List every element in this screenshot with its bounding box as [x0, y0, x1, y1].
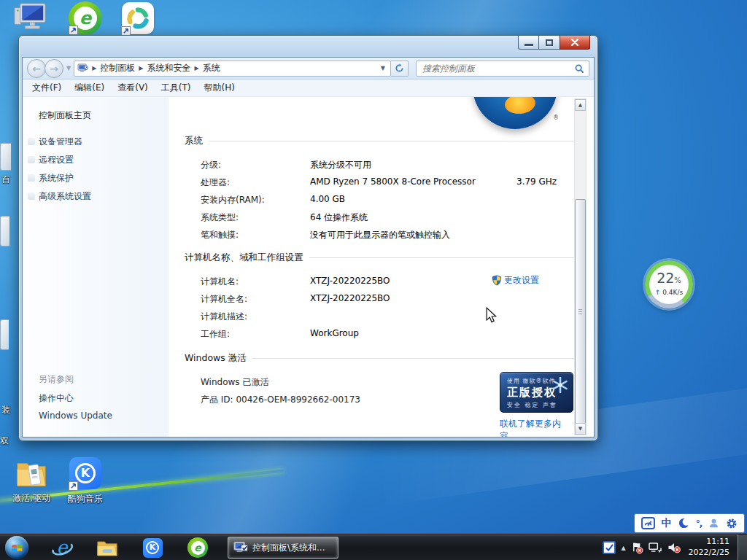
- forward-button[interactable]: →: [44, 59, 63, 78]
- ime-user-icon[interactable]: [708, 518, 719, 529]
- sidebar-item-advanced-settings[interactable]: 高级系统设置: [39, 190, 91, 203]
- ime-fullwidth-moon-icon[interactable]: [678, 518, 689, 529]
- row-processor: 处理器: AMD Ryzen 7 5800X 8-Core Processor …: [185, 174, 575, 191]
- breadcrumb-control-panel[interactable]: 控制面板: [100, 62, 135, 74]
- window-content: 控制面板主页 设备管理器 远程设置 系统保护 高级系统设置 另请参阅 操作中心 …: [23, 97, 594, 437]
- kugou-music-icon: K: [143, 538, 163, 558]
- mouse-cursor: [484, 307, 498, 323]
- history-dropdown-icon[interactable]: ▼: [66, 65, 71, 71]
- scroll-up-button[interactable]: ▲: [575, 99, 586, 111]
- kugou-music-icon: K: [69, 457, 102, 491]
- show-hidden-icons-button[interactable]: ▲: [621, 545, 625, 551]
- sidebar-item-action-center[interactable]: 操作中心: [39, 392, 74, 405]
- search-box[interactable]: [416, 61, 589, 77]
- start-button[interactable]: [5, 536, 28, 559]
- show-desktop-button[interactable]: [738, 534, 747, 560]
- search-input[interactable]: [417, 61, 589, 76]
- menu-edit[interactable]: 编辑(E): [68, 79, 111, 96]
- breadcrumb-system-security[interactable]: 系统和安全: [147, 62, 190, 74]
- system-properties-window: ← → ▼ ▶ 控制面板 ▶ 系统和安全 ▶ 系统: [18, 35, 598, 441]
- action-center-flag-icon[interactable]: [631, 542, 643, 554]
- vertical-scrollbar[interactable]: ▲ ▼: [574, 98, 587, 435]
- section-divider: [209, 141, 575, 141]
- sidebar-item-control-panel-home[interactable]: 控制面板主页: [39, 109, 91, 122]
- volume-muted-icon[interactable]: [667, 542, 681, 553]
- desktop-icon-computer[interactable]: [9, 1, 51, 35]
- desktop-icon-green-browser[interactable]: e: [64, 1, 107, 35]
- sidebar-item-device-manager[interactable]: 设备管理器: [39, 136, 82, 148]
- taskbar-kugou-music[interactable]: K: [142, 537, 163, 559]
- row-workgroup: 工作组: WorkGroup: [185, 325, 575, 343]
- system-tray: ▲: [603, 534, 747, 560]
- row-system-type: 系统类型: 64 位操作系统: [185, 209, 575, 226]
- menu-help[interactable]: 帮助(H): [198, 79, 241, 96]
- partial-icon-label: 装: [1, 404, 10, 416]
- row-memory: 安装内存(RAM): 4.00 GB: [185, 191, 575, 209]
- memory-usage-floating-ball[interactable]: 22% ↑ 0.4K/s: [645, 260, 693, 308]
- network-icon[interactable]: [649, 542, 662, 553]
- menu-file[interactable]: 文件(F): [26, 79, 68, 96]
- back-button[interactable]: ←: [27, 59, 46, 78]
- taskbar-active-window-button[interactable]: 控制面板\系统和...: [228, 537, 338, 559]
- taskbar-internet-explorer[interactable]: e: [51, 537, 73, 559]
- ime-language-bar: 中 °,: [634, 513, 745, 533]
- upload-arrow-icon: ↑: [655, 289, 661, 296]
- taskbar-windows-explorer[interactable]: [96, 537, 118, 559]
- sidebar-item-remote-settings[interactable]: 远程设置: [39, 154, 74, 166]
- task-icon: [28, 156, 35, 163]
- see-also-header: 另请参阅: [39, 373, 74, 386]
- ime-status-icon[interactable]: [641, 517, 655, 529]
- search-icon[interactable]: [575, 64, 584, 74]
- menu-view[interactable]: 查看(V): [111, 79, 155, 96]
- colorful-app-icon: [121, 2, 155, 36]
- close-button[interactable]: [560, 36, 590, 50]
- ime-settings-gear-icon[interactable]: [726, 518, 738, 529]
- rating-unavailable-link[interactable]: 系统分级不可用: [310, 159, 371, 171]
- sidebar-item-windows-update[interactable]: Windows Update: [39, 411, 112, 421]
- scrollbar-grip: [578, 309, 582, 315]
- open-folder-icon: [15, 456, 48, 490]
- sidebar: 控制面板主页 设备管理器 远程设置 系统保护 高级系统设置 另请参阅 操作中心 …: [23, 97, 169, 437]
- tray-checkbox-icon[interactable]: [603, 541, 616, 554]
- desktop-icon-label: 激活,驱动: [10, 492, 53, 505]
- menu-bar: 文件(F) 编辑(E) 查看(V) 工具(T) 帮助(H): [23, 79, 594, 97]
- partial-desktop-icon[interactable]: [0, 143, 11, 171]
- partial-icon-label: 百: [1, 174, 10, 186]
- minimize-icon: [525, 44, 533, 46]
- computer-icon: [77, 63, 88, 73]
- uac-shield-icon: [492, 275, 502, 286]
- desktop-icon-driver-folder[interactable]: 激活,驱动: [10, 456, 53, 505]
- scrollbar-thumb[interactable]: [575, 199, 586, 425]
- internet-explorer-icon: e: [51, 537, 73, 559]
- ime-chinese-mode-button[interactable]: 中: [662, 517, 672, 530]
- taskbar-clock[interactable]: 11:11 2022/2/25: [689, 537, 729, 559]
- change-settings-link[interactable]: 更改设置: [492, 274, 539, 287]
- partial-desktop-icon[interactable]: [0, 319, 9, 350]
- sidebar-item-system-protection[interactable]: 系统保护: [39, 172, 74, 184]
- system-window-icon: [233, 541, 248, 555]
- section-title: 系统: [185, 135, 203, 147]
- shortcut-arrow-icon: [69, 481, 78, 491]
- menu-tools[interactable]: 工具(T): [155, 79, 198, 96]
- address-dropdown-icon[interactable]: ▼: [379, 65, 387, 71]
- desktop-icon-colorful-app[interactable]: [117, 1, 159, 36]
- cpu-frequency: 3.79 GHz: [516, 176, 557, 187]
- minimize-button[interactable]: [518, 36, 539, 50]
- section-title: Windows 激活: [185, 352, 247, 365]
- breadcrumb-system[interactable]: 系统: [203, 62, 220, 74]
- clock-time: 11:11: [689, 537, 729, 548]
- address-bar[interactable]: ▶ 控制面板 ▶ 系统和安全 ▶ 系统 ▼: [74, 61, 391, 77]
- section-computer-name: 计算机名称、域和工作组设置 计算机名: XTZJ-20220225BO 计算机全…: [185, 252, 575, 343]
- network-speed: 0.4K/s: [662, 289, 683, 296]
- genuine-microsoft-badge[interactable]: 使用 微软®软件 正版授权 安全 稳定 声誉: [500, 372, 573, 413]
- maximize-button[interactable]: [539, 36, 560, 50]
- windows-logo-partial: [473, 97, 557, 129]
- row-pen-touch: 笔和触摸: 没有可用于此显示器的笔或触控输入: [185, 226, 575, 244]
- scroll-down-button[interactable]: ▼: [575, 423, 586, 435]
- refresh-button[interactable]: [391, 61, 409, 77]
- learn-more-online-link[interactable]: 联机了解更多内容...: [500, 418, 575, 437]
- taskbar-green-browser[interactable]: e: [187, 537, 209, 559]
- partial-desktop-icon[interactable]: [0, 216, 9, 246]
- desktop-icon-kugou[interactable]: K 酷狗音乐: [64, 456, 107, 505]
- ime-punctuation-button[interactable]: °,: [696, 518, 703, 529]
